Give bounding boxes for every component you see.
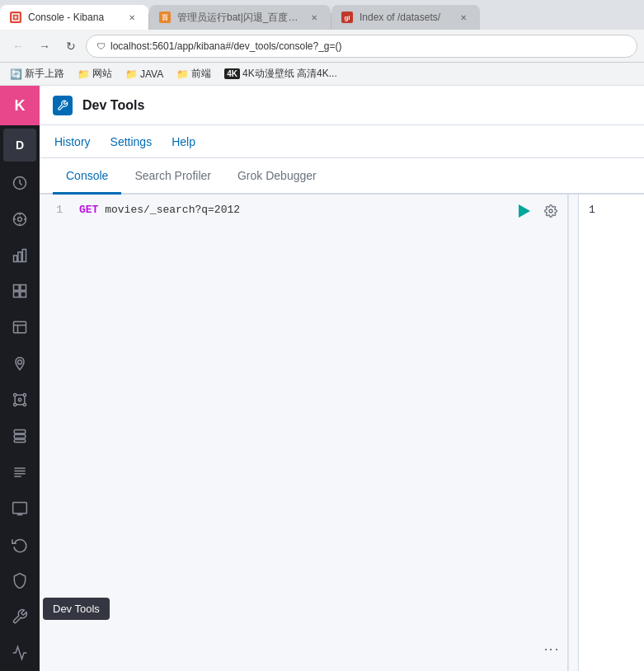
tab-2[interactable]: 百 管理员运行bat|闪退_百度搜索 ✕ <box>149 5 331 30</box>
sidebar-icon-btn-siem[interactable] <box>7 567 33 594</box>
svg-rect-27 <box>14 429 25 433</box>
kibana-logo: K <box>0 86 40 125</box>
address-text: localhost:5601/app/kibana#/dev_tools/con… <box>110 40 342 52</box>
svg-rect-9 <box>22 249 26 261</box>
bookmark-4[interactable]: 📁 前端 <box>173 65 214 82</box>
tab-favicon-2: 百 <box>159 12 171 23</box>
security-icon: 🛡 <box>96 41 106 51</box>
tabs-bar: Console Search Profiler Grok Debugger <box>40 158 644 195</box>
bookmark-3[interactable]: 📁 JAVA <box>122 67 167 82</box>
svg-rect-10 <box>14 285 20 291</box>
main-content: Dev Tools History Settings Help Console … <box>40 86 644 671</box>
bookmarks-bar: 🔄 新手上路 📁 网站 📁 JAVA 📁 前端 4K 4K动漫壁纸 高清4K..… <box>0 63 644 86</box>
sidebar-icon-btn-infra[interactable] <box>7 423 33 449</box>
dev-tools-sidebar-btn[interactable]: D <box>3 129 36 162</box>
tab-active[interactable]: Console - Kibana ✕ <box>0 5 148 30</box>
nav-settings[interactable]: Settings <box>109 135 154 148</box>
editor-pane[interactable]: 1 GET movies/_search?q=2012 <box>40 195 568 671</box>
address-bar[interactable]: 🛡 localhost:5601/app/kibana#/dev_tools/c… <box>86 35 637 58</box>
sidebar-icon-btn-dashboard[interactable] <box>7 278 33 304</box>
run-button[interactable] <box>515 201 534 221</box>
svg-point-22 <box>18 398 21 401</box>
svg-point-19 <box>23 394 26 396</box>
bookmark-5[interactable]: 4K 4K动漫壁纸 高清4K... <box>221 65 341 82</box>
browser-chrome: Console - Kibana ✕ 百 管理员运行bat|闪退_百度搜索 ✕ … <box>0 0 644 86</box>
svg-rect-14 <box>14 322 26 333</box>
icon-sidebar: K D <box>0 86 40 671</box>
tab-close-2[interactable]: ✕ <box>308 11 321 24</box>
svg-rect-12 <box>14 292 20 298</box>
kibana-logo-letter: K <box>15 97 26 115</box>
editor-content: 1 GET movies/_search?q=2012 <box>40 195 567 226</box>
devtools-tooltip: Dev Tools <box>43 598 110 620</box>
sidebar-icon-btn-ml[interactable] <box>7 387 33 413</box>
devtools-page-title: Dev Tools <box>82 98 144 113</box>
video-icon: 4K <box>224 68 240 79</box>
sidebar-icon-btn-clock[interactable] <box>7 170 33 196</box>
editor-area: 1 GET movies/_search?q=2012 <box>40 195 644 671</box>
sidebar-icon-btn-maps[interactable] <box>7 350 33 377</box>
svg-rect-11 <box>21 285 26 291</box>
tab-title-2: 管理员运行bat|闪退_百度搜索 <box>177 11 301 25</box>
sidebar-icon-btn-visualize[interactable] <box>7 242 33 269</box>
tab-3[interactable]: gl Index of /datasets/ ✕ <box>331 5 480 30</box>
svg-point-18 <box>14 394 16 396</box>
bookmark-2[interactable]: 📁 网站 <box>74 65 115 82</box>
editor-actions <box>515 201 561 221</box>
svg-point-17 <box>18 360 22 364</box>
dev-tools-letter: D <box>16 138 24 152</box>
wrench-button[interactable] <box>541 201 561 221</box>
svg-point-2 <box>18 217 22 221</box>
svg-rect-13 <box>21 292 26 298</box>
tab-favicon-3: gl <box>341 12 353 23</box>
svg-rect-28 <box>14 434 25 438</box>
scrollbar[interactable] <box>568 195 578 671</box>
result-pane: 1 <box>578 195 644 671</box>
tab-close-3[interactable]: ✕ <box>457 11 470 24</box>
svg-point-20 <box>14 403 16 406</box>
run-icon <box>519 204 530 218</box>
tab-grok-debugger[interactable]: Grok Debugger <box>224 158 330 195</box>
nav-help[interactable]: Help <box>170 135 197 148</box>
line-number-1: 1 <box>40 201 73 219</box>
sidebar-icon-btn-apm[interactable] <box>7 495 33 522</box>
folder-icon-3: 📁 <box>176 68 189 80</box>
tab-close-1[interactable]: ✕ <box>125 11 139 24</box>
code-method: GET <box>79 204 98 216</box>
kibana-app: K D <box>0 86 644 671</box>
three-dots-menu[interactable]: ⋮ <box>543 642 561 658</box>
bookmark-history-btn[interactable]: 🔄 新手上路 <box>7 65 68 82</box>
bookmark-label-4: 前端 <box>191 67 211 81</box>
sidebar-icon-btn-canvas[interactable] <box>7 314 33 340</box>
tab-title-1: Console - Kibana <box>28 12 119 23</box>
svg-rect-34 <box>13 502 27 513</box>
tab-title-3: Index of /datasets/ <box>360 12 450 23</box>
back-button[interactable]: ← <box>7 35 30 58</box>
folder-icon-2: 📁 <box>125 68 138 80</box>
tab-search-profiler[interactable]: Search Profiler <box>121 158 224 195</box>
code-line-1[interactable]: GET movies/_search?q=2012 <box>73 201 567 219</box>
result-line-number: 1 <box>579 195 644 219</box>
tab-bar: Console - Kibana ✕ 百 管理员运行bat|闪退_百度搜索 ✕ … <box>0 0 644 30</box>
bookmark-label-3: JAVA <box>140 68 163 80</box>
reload-button[interactable]: ↻ <box>59 35 82 58</box>
tooltip-text: Dev Tools <box>43 598 110 620</box>
tab-console[interactable]: Console <box>53 158 121 195</box>
sidebar-icon-btn-devtools[interactable] <box>7 603 33 630</box>
svg-point-21 <box>23 403 26 406</box>
nav-history[interactable]: History <box>53 135 92 148</box>
bookmark-label-5: 4K动漫壁纸 高清4K... <box>242 67 337 81</box>
sidebar-icon-btn-monitoring[interactable] <box>7 640 33 666</box>
bookmark-label-2: 网站 <box>92 67 112 81</box>
sidebar-icon-btn-uptime[interactable] <box>7 532 33 558</box>
top-nav: History Settings Help <box>40 125 644 158</box>
forward-button[interactable]: → <box>33 35 56 58</box>
sidebar-icon-btn-discover[interactable] <box>7 206 33 232</box>
tab-favicon-1 <box>10 12 21 23</box>
svg-rect-29 <box>14 439 25 442</box>
code-path: movies/_search?q=2012 <box>105 204 240 216</box>
svg-point-37 <box>549 209 552 213</box>
devtools-header: Dev Tools <box>40 86 644 125</box>
sidebar-icon-btn-logs[interactable] <box>7 459 33 486</box>
devtools-header-icon <box>53 96 73 115</box>
